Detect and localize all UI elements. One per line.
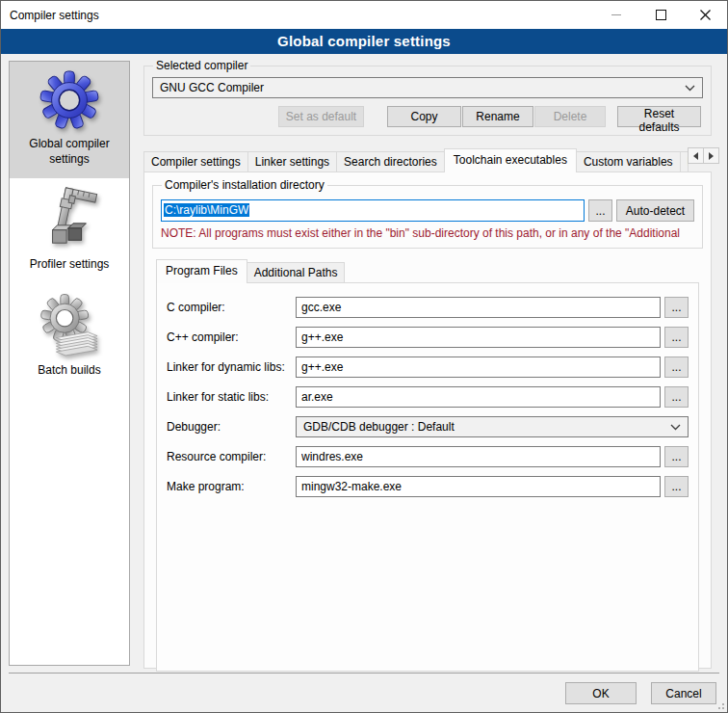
sidebar-item-label: Batch builds bbox=[13, 363, 126, 379]
copy-button[interactable]: Copy bbox=[387, 106, 461, 127]
delete-button: Delete bbox=[534, 106, 606, 127]
dynamic-linker-input[interactable] bbox=[296, 356, 661, 378]
chevron-down-icon bbox=[685, 85, 695, 92]
c-compiler-browse-button[interactable]: ... bbox=[664, 297, 689, 318]
resource-compiler-label: Resource compiler: bbox=[167, 450, 296, 463]
blue-gear-icon bbox=[39, 70, 99, 130]
tab-scroll-right-button[interactable] bbox=[703, 147, 719, 164]
field-row: C++ compiler: ... bbox=[167, 327, 689, 348]
c-compiler-label: C compiler: bbox=[167, 301, 296, 314]
program-files-notebook: Program Files Additional Paths C compile… bbox=[156, 258, 699, 672]
field-row: Make program: ... bbox=[167, 476, 689, 497]
subtab-additional-paths[interactable]: Additional Paths bbox=[247, 262, 346, 282]
arrow-left-icon bbox=[693, 152, 698, 160]
sidebar-item-profiler-settings[interactable]: Profiler settings bbox=[10, 178, 129, 284]
sidebar-item-label: Profiler settings bbox=[13, 257, 126, 273]
tab-scroll-left-button[interactable] bbox=[688, 147, 704, 164]
maximize-button[interactable] bbox=[638, 1, 683, 29]
sidebar: Global compiler settings bbox=[9, 61, 130, 666]
reset-defaults-button[interactable]: Reset defaults bbox=[617, 106, 701, 127]
settings-tab-strip: Compiler settings Linker settings Search… bbox=[143, 147, 712, 172]
sidebar-item-batch-builds[interactable]: Batch builds bbox=[10, 284, 129, 390]
static-linker-label: Linker for static libs: bbox=[167, 390, 296, 404]
tab-compiler-settings[interactable]: Compiler settings bbox=[143, 151, 248, 172]
selected-compiler-group-label: Selected compiler bbox=[153, 59, 250, 72]
dynamic-linker-browse-button[interactable]: ... bbox=[664, 356, 689, 378]
chevron-down-icon bbox=[670, 424, 681, 431]
caliper-icon bbox=[39, 187, 99, 251]
ok-button[interactable]: OK bbox=[565, 682, 637, 704]
minimize-icon bbox=[611, 14, 621, 15]
compiler-settings-dialog: Compiler settings Global compiler settin… bbox=[0, 0, 728, 713]
auto-detect-button[interactable]: Auto-detect bbox=[616, 199, 694, 222]
dynamic-linker-label: Linker for dynamic libs: bbox=[167, 360, 296, 374]
cpp-compiler-input[interactable] bbox=[296, 327, 661, 348]
installation-directory-row: C:\raylib\MinGW ... Auto-detect bbox=[161, 199, 694, 222]
compiler-select[interactable]: GNU GCC Compiler bbox=[152, 77, 703, 98]
gray-gear-papers-icon bbox=[39, 293, 99, 356]
tab-linker-settings[interactable]: Linker settings bbox=[247, 151, 337, 172]
resize-grip[interactable] bbox=[715, 700, 724, 709]
toolchain-executables-panel: Compiler's installation directory C:\ray… bbox=[143, 172, 712, 669]
resource-compiler-browse-button[interactable]: ... bbox=[664, 446, 689, 467]
close-button[interactable] bbox=[683, 1, 727, 29]
debugger-select[interactable]: GDB/CDB debugger : Default bbox=[296, 416, 689, 437]
title-bar: Compiler settings bbox=[1, 1, 727, 29]
resource-compiler-input[interactable] bbox=[296, 446, 661, 467]
static-linker-input[interactable] bbox=[296, 386, 661, 408]
field-row: Resource compiler: ... bbox=[167, 446, 689, 467]
main-content: Selected compiler GNU GCC Compiler Set a… bbox=[143, 59, 712, 669]
rename-button[interactable]: Rename bbox=[462, 106, 533, 127]
maximize-icon bbox=[656, 10, 666, 20]
program-files-tab-strip: Program Files Additional Paths bbox=[156, 258, 699, 282]
browse-directory-button[interactable]: ... bbox=[588, 199, 612, 222]
cpp-compiler-label: C++ compiler: bbox=[167, 330, 296, 344]
field-row: Debugger: GDB/CDB debugger : Default bbox=[167, 416, 689, 437]
set-as-default-button: Set as default bbox=[278, 106, 364, 127]
make-program-browse-button[interactable]: ... bbox=[664, 476, 689, 497]
page-title: Global compiler settings bbox=[1, 29, 727, 54]
field-row: C compiler: ... bbox=[167, 297, 689, 318]
compiler-buttons-row: Set as default Copy Rename Delete Reset … bbox=[152, 106, 703, 127]
window-title: Compiler settings bbox=[1, 9, 99, 22]
bin-subdirectory-note: NOTE: All programs must exist either in … bbox=[161, 226, 694, 240]
compiler-select-value: GNU GCC Compiler bbox=[160, 81, 685, 94]
program-files-panel: C compiler: ... C++ compiler: ... Linker… bbox=[156, 282, 699, 672]
cpp-compiler-browse-button[interactable]: ... bbox=[664, 327, 689, 348]
cancel-button[interactable]: Cancel bbox=[651, 682, 716, 704]
footer-divider bbox=[9, 673, 719, 673]
debugger-select-value: GDB/CDB debugger : Default bbox=[303, 420, 670, 434]
installation-directory-input[interactable]: C:\raylib\MinGW bbox=[161, 199, 585, 222]
subtab-program-files[interactable]: Program Files bbox=[156, 259, 247, 283]
c-compiler-input[interactable] bbox=[296, 297, 661, 318]
sidebar-item-label: Global compiler settings bbox=[13, 137, 126, 167]
tab-custom-variables[interactable]: Custom variables bbox=[576, 151, 681, 172]
tab-scroll-buttons bbox=[689, 147, 719, 164]
arrow-right-icon bbox=[709, 152, 714, 160]
tab-search-directories[interactable]: Search directories bbox=[336, 151, 445, 172]
make-program-label: Make program: bbox=[167, 480, 296, 493]
debugger-label: Debugger: bbox=[167, 420, 296, 434]
selected-compiler-group: Selected compiler GNU GCC Compiler Set a… bbox=[143, 59, 712, 136]
close-icon bbox=[700, 10, 711, 20]
field-row: Linker for dynamic libs: ... bbox=[167, 356, 689, 378]
make-program-input[interactable] bbox=[296, 476, 661, 497]
minimize-button bbox=[594, 1, 638, 29]
field-row: Linker for static libs: ... bbox=[167, 386, 689, 408]
installation-directory-group-label: Compiler's installation directory bbox=[162, 178, 327, 192]
installation-directory-group: Compiler's installation directory C:\ray… bbox=[152, 178, 703, 249]
dialog-body: Global compiler settings bbox=[1, 54, 727, 712]
selected-text: C:\raylib\MinGW bbox=[164, 203, 249, 217]
window-controls bbox=[594, 1, 727, 29]
tab-toolchain-executables[interactable]: Toolchain executables bbox=[444, 148, 577, 172]
sidebar-item-global-compiler-settings[interactable]: Global compiler settings bbox=[10, 62, 129, 178]
static-linker-browse-button[interactable]: ... bbox=[664, 386, 689, 408]
